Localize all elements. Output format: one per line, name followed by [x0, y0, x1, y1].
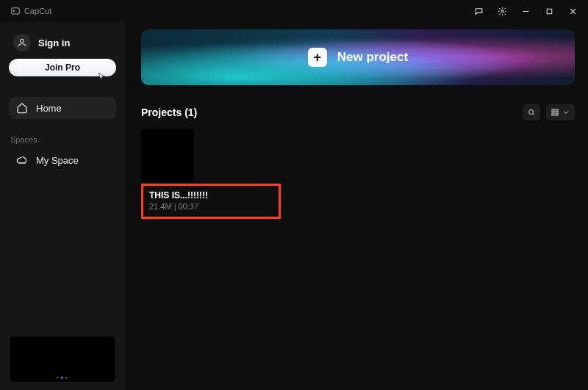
plus-icon: + [308, 48, 327, 67]
sidebar: Sign in Join Pro Home Spaces My Space ●●… [0, 22, 125, 390]
svg-rect-12 [556, 113, 558, 115]
user-icon [17, 37, 27, 48]
svg-rect-11 [552, 113, 554, 115]
svg-rect-10 [556, 109, 558, 112]
brand-label: CapCut [24, 7, 51, 15]
chat-icon [474, 7, 484, 16]
settings-button[interactable] [492, 4, 512, 18]
search-icon [527, 108, 536, 117]
nav-home-label: Home [36, 103, 62, 114]
main: + New project Projects (1) THIS IS...!!!… [125, 22, 588, 390]
sidebar-item-myspace[interactable]: My Space [9, 151, 116, 169]
grid-icon [551, 108, 559, 117]
close-button[interactable] [563, 4, 582, 18]
gear-icon [498, 7, 507, 16]
project-card[interactable]: THIS IS...!!!!!!! 21.4M | 00:37 [141, 184, 281, 219]
signin-button[interactable]: Sign in [9, 31, 116, 59]
project-duration: 00:37 [179, 202, 199, 211]
avatar [13, 34, 31, 51]
close-icon [568, 7, 578, 16]
layout-toggle-button[interactable] [546, 104, 575, 120]
join-pro-label: Join Pro [45, 62, 80, 73]
project-name: THIS IS...!!!!!!! [149, 190, 273, 201]
titlebar: CapCut [0, 0, 588, 22]
capcut-logo-icon [10, 6, 21, 16]
signin-label: Sign in [38, 37, 70, 48]
home-icon [16, 102, 28, 114]
maximize-button[interactable] [539, 4, 559, 18]
new-project-label: New project [337, 50, 408, 65]
svg-line-8 [533, 114, 534, 115]
join-pro-button[interactable]: Join Pro [9, 59, 116, 76]
project-subtitle: 21.4M | 00:37 [149, 202, 273, 211]
promo-pager: ●●● [10, 375, 115, 380]
svg-rect-9 [552, 109, 554, 112]
project-thumbnail[interactable] [141, 129, 194, 182]
new-project-button[interactable]: + New project [141, 29, 575, 85]
cloud-icon [16, 154, 28, 166]
svg-point-1 [501, 10, 503, 12]
promo-card[interactable]: ●●● [9, 336, 116, 383]
maximize-icon [545, 7, 554, 16]
myspace-label: My Space [36, 155, 79, 166]
minimize-button[interactable] [516, 4, 535, 18]
projects-heading: Projects (1) [141, 106, 197, 118]
cursor-icon [97, 72, 107, 82]
svg-point-7 [529, 110, 534, 115]
spaces-heading: Spaces [9, 135, 116, 144]
feedback-button[interactable] [469, 4, 488, 18]
nav-home[interactable]: Home [9, 97, 116, 119]
minimize-icon [521, 7, 531, 16]
project-size: 21.4M [149, 202, 172, 211]
search-projects-button[interactable] [523, 104, 540, 120]
svg-point-6 [21, 39, 24, 43]
brand: CapCut [10, 6, 51, 16]
svg-rect-3 [547, 9, 552, 14]
chevron-down-icon [562, 108, 570, 117]
